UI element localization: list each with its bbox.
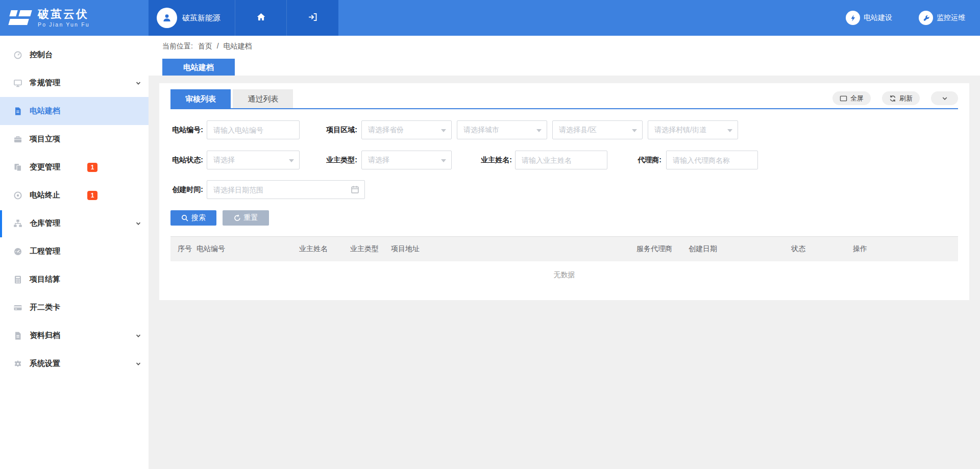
document-icon — [13, 107, 22, 116]
brand-subtitle: Po Jian Yun Fu — [38, 21, 90, 28]
header-user-area: 破茧新能源 — [149, 0, 338, 36]
page-tab-station-filing[interactable]: 电站建档 — [162, 59, 235, 76]
select-placeholder: 请选择 — [213, 156, 235, 165]
station-status-label: 电站状态: — [170, 156, 203, 165]
sidebar-item-console[interactable]: 控制台 — [0, 41, 149, 69]
sidebar-item-label: 资料归档 — [30, 331, 60, 340]
sidebar-item-label: 项目立项 — [30, 134, 60, 144]
chevron-down-icon — [135, 220, 141, 227]
column-header-index: 序号 — [170, 244, 197, 254]
user-avatar-icon — [157, 8, 177, 28]
brand-bars-icon — [9, 10, 33, 26]
fullscreen-button[interactable]: 全屏 — [832, 91, 871, 105]
sidebar-item-label: 电站终止 — [30, 190, 60, 200]
breadcrumb-home-link[interactable]: 首页 — [198, 42, 212, 50]
filter-row-2: 电站状态: 请选择 业主类型: 请选择 业主姓名: 代理商: — [170, 151, 758, 169]
date-range-input[interactable] — [207, 181, 351, 198]
wrench-icon — [919, 11, 933, 25]
sitemap-icon — [13, 219, 22, 228]
sidebar-item-warehouse-management[interactable]: 仓库管理 — [0, 209, 149, 237]
nav-station-construction[interactable]: 电站建设 — [846, 11, 892, 25]
city-select[interactable]: 请选择城市 — [457, 120, 547, 139]
breadcrumb-prefix: 当前位置: — [162, 42, 193, 50]
sidebar-item-engineering-management[interactable]: 工程管理 — [0, 237, 149, 265]
filter-row-3: 创建时间: — [170, 180, 365, 199]
owner-name-input[interactable] — [515, 151, 607, 169]
column-header-created-date: 创建日期 — [689, 244, 791, 254]
sidebar-item-system-settings[interactable]: 系统设置 — [0, 350, 149, 378]
brand-logo: 破茧云伏 Po Jian Yun Fu — [0, 0, 149, 36]
station-status-select[interactable]: 请选择 — [207, 151, 300, 169]
tab-review-list[interactable]: 审核列表 — [170, 89, 231, 108]
content-area: 审核列表 通过列表 全屏 刷新 电站编号: 项目区域: — [149, 76, 980, 469]
station-code-label: 电站编号: — [170, 126, 203, 135]
home-icon — [256, 12, 266, 24]
logout-button[interactable] — [286, 0, 338, 36]
date-range-picker[interactable] — [207, 180, 365, 199]
select-placeholder: 请选择 — [368, 156, 389, 165]
sidebar-item-general-management[interactable]: 常规管理 — [0, 69, 149, 97]
owner-type-select[interactable]: 请选择 — [361, 151, 452, 169]
sidebar-item-station-termination[interactable]: 电站终止 1 — [0, 181, 149, 209]
sidebar-item-open-type2-card[interactable]: 开二类卡 — [0, 293, 149, 322]
filter-actions: 搜索 重置 — [170, 210, 269, 226]
home-button[interactable] — [235, 0, 286, 36]
user-menu[interactable]: 破茧新能源 — [149, 0, 235, 36]
select-placeholder: 请选择县/区 — [559, 126, 597, 135]
region-label: 项目区域: — [325, 126, 357, 135]
header-nav: 电站建设 监控运维 — [338, 0, 980, 36]
column-header-station-code: 电站编号 — [197, 244, 299, 254]
nav-label: 监控运维 — [937, 13, 965, 22]
tab-passed-list[interactable]: 通过列表 — [233, 89, 293, 108]
sidebar-item-label: 项目结算 — [30, 275, 60, 284]
search-button[interactable]: 搜索 — [170, 210, 216, 226]
caret-down-icon — [441, 159, 446, 162]
caret-down-icon — [536, 129, 542, 132]
owner-name-label: 业主姓名: — [478, 156, 512, 165]
caret-down-icon — [632, 129, 637, 132]
panel-toolbar: 全屏 刷新 — [832, 91, 958, 105]
search-label: 搜索 — [191, 213, 206, 223]
column-header-actions: 操作 — [853, 244, 958, 254]
town-select[interactable]: 请选择村镇/街道 — [648, 120, 738, 139]
column-header-owner-name: 业主姓名 — [299, 244, 350, 254]
refresh-button[interactable]: 刷新 — [882, 91, 920, 105]
card-icon — [13, 303, 22, 312]
caret-down-icon — [289, 159, 294, 162]
select-placeholder: 请选择省份 — [368, 126, 404, 135]
filter-row-1: 电站编号: 项目区域: 请选择省份 请选择城市 请选择县/区 请选择村镇/街道 — [170, 120, 738, 139]
gear-icon — [13, 359, 22, 368]
sidebar-scroll-indicator[interactable] — [0, 210, 2, 237]
collapse-button[interactable] — [931, 91, 958, 105]
province-select[interactable]: 请选择省份 — [361, 120, 452, 139]
sidebar-item-project-settlement[interactable]: 项目结算 — [0, 265, 149, 293]
nav-label: 电站建设 — [864, 13, 892, 22]
chevron-down-icon — [941, 95, 948, 102]
select-placeholder: 请选择城市 — [463, 126, 499, 135]
record-icon — [13, 191, 22, 200]
reset-button[interactable]: 重置 — [223, 210, 269, 226]
window-icon — [840, 95, 847, 102]
reset-label: 重置 — [244, 213, 258, 223]
table-empty-state: 无数据 — [170, 261, 958, 289]
chevron-down-icon — [135, 361, 141, 367]
app-header: 破茧云伏 Po Jian Yun Fu 破茧新能源 电站建设 — [0, 0, 980, 36]
sidebar-item-data-archiving[interactable]: 资料归档 — [0, 322, 149, 350]
sidebar-item-project-initiation[interactable]: 项目立项 — [0, 125, 149, 153]
logout-icon — [307, 12, 318, 24]
archive-icon — [13, 331, 22, 340]
agent-input[interactable] — [666, 151, 758, 169]
sidebar-item-station-filing[interactable]: 电站建档 — [0, 97, 149, 125]
sidebar-item-change-management[interactable]: 变更管理 1 — [0, 153, 149, 181]
company-name: 破茧新能源 — [182, 13, 220, 23]
nav-monitoring-ops[interactable]: 监控运维 — [919, 11, 965, 25]
sidebar-item-label: 控制台 — [30, 50, 53, 60]
top-strip: 当前位置: 首页 / 电站建档 电站建档 — [149, 36, 980, 76]
search-icon — [181, 214, 188, 221]
refresh-icon — [889, 95, 896, 102]
sidebar-item-label: 变更管理 — [30, 162, 60, 172]
calendar-icon — [351, 185, 359, 194]
column-header-service-agent: 服务代理商 — [636, 244, 689, 254]
county-select[interactable]: 请选择县/区 — [552, 120, 643, 139]
station-code-input[interactable] — [207, 120, 300, 139]
